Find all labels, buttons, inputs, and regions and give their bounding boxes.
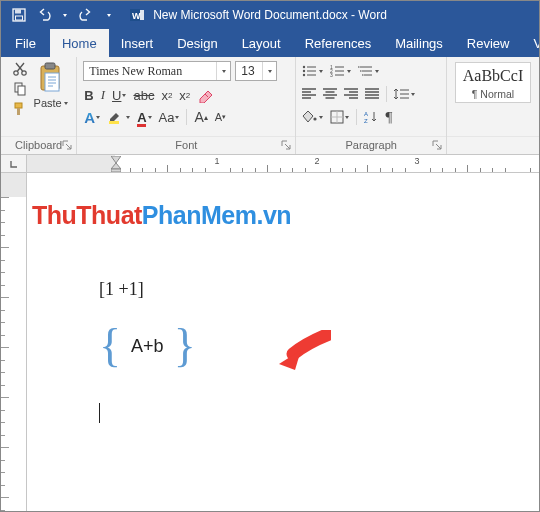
- shrink-font-button[interactable]: A▾: [215, 108, 226, 126]
- tab-insert[interactable]: Insert: [109, 29, 166, 57]
- redo-button[interactable]: [77, 7, 93, 23]
- format-painter-button[interactable]: [10, 101, 30, 117]
- shading-button[interactable]: [302, 108, 323, 126]
- clear-formatting-button[interactable]: [197, 86, 215, 104]
- tab-references[interactable]: References: [293, 29, 383, 57]
- style-normal[interactable]: AaBbCcI ¶ Normal: [455, 62, 531, 103]
- svg-text:W: W: [132, 11, 141, 21]
- svg-rect-29: [111, 169, 121, 172]
- cut-button[interactable]: [10, 61, 30, 77]
- paste-label: Paste: [34, 97, 62, 109]
- svg-point-17: [303, 70, 305, 72]
- vertical-ruler[interactable]: [1, 173, 27, 512]
- sort-button[interactable]: AZ: [364, 108, 378, 126]
- tab-design[interactable]: Design: [165, 29, 229, 57]
- bullets-button[interactable]: [302, 62, 323, 80]
- watermark-part-1: ThuThuat: [32, 201, 142, 229]
- line-spacing-button[interactable]: [394, 85, 415, 103]
- svg-point-7: [21, 71, 25, 75]
- save-button[interactable]: [11, 7, 27, 23]
- copy-button[interactable]: [10, 81, 30, 97]
- svg-rect-2: [16, 16, 23, 20]
- ruler-num-3: 3: [414, 156, 419, 166]
- separator: [186, 109, 187, 125]
- svg-point-6: [13, 71, 17, 75]
- document-line-1: [1 +1]: [99, 279, 513, 300]
- clipboard-dialog-launcher[interactable]: [61, 139, 73, 151]
- highlight-dropdown-icon: [126, 116, 130, 119]
- align-center-button[interactable]: [323, 85, 337, 103]
- borders-button[interactable]: [330, 108, 349, 126]
- svg-point-22: [358, 66, 360, 68]
- tab-view[interactable]: View: [521, 29, 540, 57]
- font-color-button[interactable]: A: [137, 108, 151, 126]
- tab-selector[interactable]: [1, 155, 27, 173]
- separator: [356, 109, 357, 125]
- svg-rect-5: [140, 10, 144, 20]
- underline-button[interactable]: U: [112, 86, 126, 104]
- font-dialog-launcher[interactable]: [280, 139, 292, 151]
- quick-access-toolbar: [1, 7, 111, 23]
- tab-review[interactable]: Review: [455, 29, 522, 57]
- tab-mailings[interactable]: Mailings: [383, 29, 455, 57]
- font-size-combo[interactable]: 13: [235, 61, 277, 81]
- text-cursor: [99, 403, 100, 423]
- subscript-button[interactable]: x2: [161, 86, 172, 104]
- tab-home[interactable]: Home: [50, 29, 109, 57]
- paragraph-dialog-launcher[interactable]: [431, 139, 443, 151]
- bold-button[interactable]: B: [84, 86, 93, 104]
- qat-customize-icon[interactable]: [107, 14, 111, 17]
- multilevel-list-button[interactable]: [358, 62, 379, 80]
- group-styles-label: [447, 136, 539, 154]
- group-clipboard: Paste Clipboard: [1, 57, 77, 154]
- group-paragraph: 123 AZ ¶ Paragraph: [296, 57, 447, 154]
- group-paragraph-label: Paragraph: [296, 136, 446, 154]
- svg-point-24: [362, 74, 364, 76]
- ruler-num-1: 1: [214, 156, 219, 166]
- ribbon-tabs: File Home Insert Design Layout Reference…: [1, 29, 539, 57]
- justify-button[interactable]: [365, 85, 379, 103]
- highlight-button[interactable]: [107, 108, 130, 126]
- font-name-combo[interactable]: Times New Roman: [83, 61, 231, 81]
- svg-point-16: [303, 66, 305, 68]
- font-name-dropdown-icon: [222, 70, 226, 73]
- grow-font-button[interactable]: A▴: [194, 108, 207, 126]
- svg-rect-9: [18, 86, 25, 95]
- ruler-row: 1 2 3: [1, 155, 539, 173]
- numbering-button[interactable]: 123: [330, 62, 351, 80]
- separator: [386, 86, 387, 102]
- left-brace: {: [99, 328, 121, 365]
- align-right-button[interactable]: [344, 85, 358, 103]
- multilevel-dropdown-icon: [375, 70, 379, 73]
- group-font: Times New Roman 13 B I U abc x2 x2 A: [77, 57, 296, 154]
- numbering-dropdown-icon: [347, 70, 351, 73]
- svg-rect-14: [45, 73, 59, 91]
- svg-rect-15: [109, 121, 119, 124]
- align-left-button[interactable]: [302, 85, 316, 103]
- undo-dropdown-icon[interactable]: [63, 14, 67, 17]
- font-color-dropdown-icon: [148, 116, 152, 119]
- undo-button[interactable]: [37, 7, 53, 23]
- svg-point-18: [303, 74, 305, 76]
- svg-text:A: A: [364, 111, 368, 117]
- tab-file[interactable]: File: [1, 29, 50, 57]
- title-bar: W New Microsoft Word Document.docx - Wor…: [1, 1, 539, 29]
- line-spacing-dropdown-icon: [411, 93, 415, 96]
- horizontal-ruler[interactable]: 1 2 3: [27, 155, 539, 173]
- strikethrough-button[interactable]: abc: [133, 86, 154, 104]
- style-name: ¶ Normal: [461, 88, 525, 100]
- ribbon: Paste Clipboard Times New Roman 13 B I: [1, 57, 539, 155]
- watermark-part-2: PhanMem.vn: [142, 201, 291, 229]
- svg-text:3: 3: [330, 72, 333, 78]
- show-marks-button[interactable]: ¶: [385, 108, 392, 126]
- paste-button[interactable]: Paste: [34, 62, 68, 117]
- superscript-button[interactable]: x2: [179, 86, 190, 104]
- tab-layout[interactable]: Layout: [230, 29, 293, 57]
- paste-dropdown-icon[interactable]: [64, 102, 68, 105]
- text-effects-button[interactable]: A: [84, 108, 100, 126]
- document-page[interactable]: ThuThuatPhanMem.vn [1 +1] { A+b }: [27, 173, 539, 512]
- italic-button[interactable]: I: [101, 86, 105, 104]
- borders-dropdown-icon: [345, 116, 349, 119]
- hanging-indent-marker[interactable]: [111, 163, 121, 172]
- change-case-button[interactable]: Aa: [159, 108, 180, 126]
